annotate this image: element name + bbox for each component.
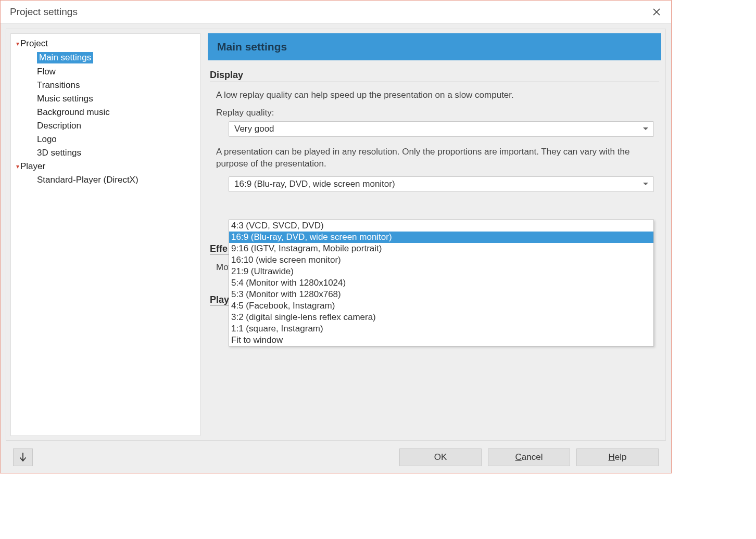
ok-button[interactable]: OK [399,448,482,466]
section-display: Display [210,69,659,82]
motion-label-partial: Mot [216,262,229,273]
cancel-button[interactable]: Cancel [488,448,570,466]
tree-label: Logo [37,134,57,145]
tree-label: Music settings [37,94,93,104]
tree-item-main-settings[interactable]: Main settings [11,50,200,65]
quality-label: Replay quality: [216,108,653,118]
chevron-down-icon: ▾ [16,40,19,47]
aspect-option[interactable]: 4:3 (VCD, SVCD, DVD) [229,220,653,232]
tree-item-flow[interactable]: Flow [11,65,200,79]
tree-node-player[interactable]: ▾ Player [11,160,200,173]
button-label: Cancel [515,452,543,463]
tree-item-transitions[interactable]: Transitions [11,79,200,92]
aspect-option[interactable]: 5:3 (Monitor with 1280x768) [229,289,653,300]
quality-description: A low replay quality can help speed up t… [216,89,653,101]
tree-item-background-music[interactable]: Background music [11,106,200,119]
footer: OK Cancel Help [6,441,666,473]
tree-label: Background music [37,107,110,118]
window-title: Project settings [10,6,646,18]
chevron-down-icon [643,127,648,130]
aspect-ratio-dropdown[interactable]: 4:3 (VCD, SVCD, DVD)16:9 (Blu-ray, DVD, … [229,220,654,346]
tree-label: Transitions [37,80,80,91]
tree-item-music-settings[interactable]: Music settings [11,92,200,106]
aspect-option[interactable]: 1:1 (square, Instagram) [229,323,653,335]
replay-quality-select[interactable]: Very good [229,121,654,137]
aspect-ratio-select[interactable]: 16:9 (Blu-ray, DVD, wide screen monitor) [229,176,654,192]
aspect-option[interactable]: 9:16 (IGTV, Instagram, Mobile portrait) [229,243,653,254]
tree-label: Player [20,161,45,172]
tree-item-3d-settings[interactable]: 3D settings [11,146,200,160]
nav-tree[interactable]: ▾ Project Main settingsFlowTransitionsMu… [10,33,200,436]
tree-label: Standard-Player (DirectX) [37,175,138,185]
button-label: Help [609,452,627,463]
dialog-window: Project settings ▾ Project Main settings… [0,0,672,473]
tree-item-standard-player-directx-[interactable]: Standard-Player (DirectX) [11,173,200,187]
aspect-description: A presentation can be played in any reso… [216,146,653,170]
aspect-option[interactable]: 16:10 (wide screen monitor) [229,254,653,266]
close-button[interactable] [646,2,667,22]
page-title: Main settings [208,33,661,60]
aspect-option[interactable]: 16:9 (Blu-ray, DVD, wide screen monitor) [229,232,653,243]
tree-label: Description [37,121,81,131]
tree-label: Flow [37,67,56,77]
aspect-option[interactable]: 3:2 (digital single-lens reflex camera) [229,312,653,323]
chevron-down-icon: ▾ [16,163,19,170]
section-player-partial: Play [210,294,229,306]
select-value: Very good [234,124,274,134]
aspect-option[interactable]: Fit to window [229,335,653,346]
button-label: OK [434,452,447,463]
tree-label: Main settings [37,52,93,63]
tree-label: 3D settings [37,148,81,158]
tree-item-logo[interactable]: Logo [11,133,200,146]
content-panel: Main settings Display A low replay quali… [208,33,661,436]
aspect-option[interactable]: 4:5 (Facebook, Instagram) [229,300,653,312]
select-value: 16:9 (Blu-ray, DVD, wide screen monitor) [234,179,395,189]
dialog-body: ▾ Project Main settingsFlowTransitionsMu… [6,29,666,441]
titlebar: Project settings [1,1,671,23]
aspect-option[interactable]: 21:9 (Ultrawide) [229,266,653,277]
tree-item-description[interactable]: Description [11,119,200,133]
tree-label: Project [20,38,48,49]
aspect-option[interactable]: 5:4 (Monitor with 1280x1024) [229,277,653,289]
tree-node-project[interactable]: ▾ Project [11,37,200,50]
down-arrow-button[interactable] [13,448,33,466]
chevron-down-icon [643,183,648,185]
help-button[interactable]: Help [576,448,659,466]
section-effects-partial: Effe [210,243,229,255]
